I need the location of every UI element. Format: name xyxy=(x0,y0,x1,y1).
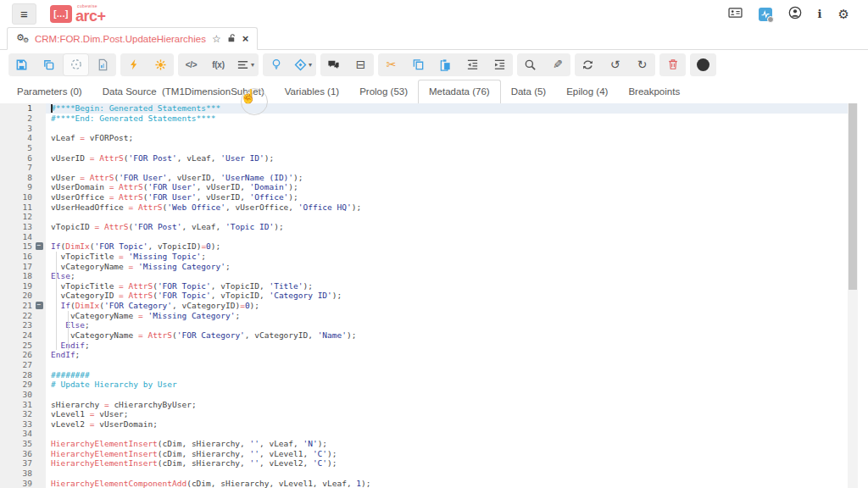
code-line[interactable]: 4vLeaf = vFORPost; xyxy=(0,133,848,143)
line-number[interactable]: 27 xyxy=(0,360,32,369)
code-line[interactable]: 27 xyxy=(0,360,848,370)
about-button[interactable]: i xyxy=(818,8,822,20)
code-line[interactable]: 12 xyxy=(0,212,848,222)
line-number[interactable]: 4 xyxy=(0,133,32,142)
user-account-button[interactable] xyxy=(788,6,802,23)
unlock-icon[interactable] xyxy=(227,31,236,47)
select-region-button[interactable] xyxy=(63,53,89,76)
navigate-button[interactable]: ▾ xyxy=(290,53,316,76)
line-number[interactable]: 26 xyxy=(0,350,32,359)
edit-button[interactable]: ✎ xyxy=(544,53,570,76)
code-view-button[interactable]: </> xyxy=(178,53,204,76)
run-process-button[interactable] xyxy=(120,53,147,76)
format-code-button[interactable]: ▾ xyxy=(232,53,259,76)
code-line[interactable]: 37HierarchyElementInsert(cDim, sHierarch… xyxy=(0,458,848,469)
settings-button[interactable]: ⚙ xyxy=(838,7,849,22)
comments-button[interactable] xyxy=(320,53,347,76)
line-number[interactable]: 25 xyxy=(0,341,32,350)
tab-metadata[interactable]: Metadata (76) xyxy=(418,80,501,104)
redo-button[interactable]: ↻ xyxy=(629,53,655,76)
refresh-button[interactable] xyxy=(575,53,601,76)
search-button[interactable] xyxy=(517,53,543,76)
line-number[interactable]: 9 xyxy=(0,182,32,191)
paste-button[interactable] xyxy=(432,53,459,76)
favorite-star-icon[interactable]: ☆ xyxy=(212,33,221,45)
code-line[interactable]: 25 Endif; xyxy=(0,340,848,350)
code-line[interactable]: 35HierarchyElementInsert(cDim, sHierarch… xyxy=(0,439,848,449)
line-number[interactable]: 14 xyxy=(0,232,32,241)
code-line[interactable]: 24 vCategoryName = AttrS('FOR Category',… xyxy=(0,330,848,341)
line-number[interactable]: 2 xyxy=(0,114,32,123)
document-stats-button[interactable] xyxy=(90,53,116,76)
line-number[interactable]: 34 xyxy=(0,429,32,438)
undo-button[interactable]: ↺ xyxy=(602,53,628,76)
code-line[interactable]: 6vUserID = AttrS('FOR Post', vLeaf, 'Use… xyxy=(0,152,848,163)
code-line[interactable]: 14 xyxy=(0,231,848,241)
tab-epilog[interactable]: Epilog (4) xyxy=(556,80,618,103)
cut-button[interactable]: ✂ xyxy=(378,53,404,76)
tab-variables[interactable]: Variables (1) xyxy=(275,80,349,103)
vertical-scrollbar[interactable] xyxy=(848,103,858,488)
line-number[interactable]: 36 xyxy=(0,449,32,458)
line-number[interactable]: 10 xyxy=(0,192,32,202)
tab-data-source[interactable]: Data Source (TM1DimensionSubset) xyxy=(92,80,275,103)
code-line[interactable]: 16 vTopicTitle = 'Missing Topic'; xyxy=(0,252,848,262)
code-line[interactable]: 36HierarchyElementInsert(cDim, sHierarch… xyxy=(0,448,848,458)
code-line[interactable]: 9vUserDomain = AttrS('FOR User', vUserID… xyxy=(0,182,848,192)
line-number[interactable]: 24 xyxy=(0,330,32,340)
line-number[interactable]: 16 xyxy=(0,252,32,261)
code-line[interactable]: 30 xyxy=(0,390,848,400)
code-line[interactable]: 22 vCategoryName = 'Missing Category'; xyxy=(0,310,848,320)
line-number[interactable]: 18 xyxy=(0,271,32,280)
help-button[interactable]: ? xyxy=(690,53,716,76)
code-line[interactable]: 29# Update Hierarchy by User xyxy=(0,380,848,390)
debug-process-button[interactable] xyxy=(147,53,174,76)
line-number[interactable]: 3 xyxy=(0,124,32,133)
code-line[interactable]: 7 xyxy=(0,163,848,173)
fold-toggle-icon[interactable]: − xyxy=(36,242,43,250)
line-number[interactable]: 11 xyxy=(0,202,32,212)
save-button[interactable] xyxy=(8,53,35,76)
code-line[interactable]: 32vLevel1 = vUser; xyxy=(0,409,848,419)
line-number[interactable]: 6 xyxy=(0,153,32,163)
save-as-button[interactable] xyxy=(36,53,62,76)
code-line[interactable]: 38 xyxy=(0,469,848,479)
line-number[interactable]: 39 xyxy=(0,479,32,488)
tab-data[interactable]: Data (5) xyxy=(501,80,557,103)
code-line[interactable]: 15−If(DimIx('FOR Topic', vTopicID)=0); xyxy=(0,241,848,252)
line-number[interactable]: 22 xyxy=(0,311,32,320)
fold-toggle-icon[interactable]: − xyxy=(36,302,43,309)
tab-parameters[interactable]: Parameters (0) xyxy=(7,80,92,103)
line-number[interactable]: 21 xyxy=(0,301,32,310)
line-number[interactable]: 35 xyxy=(0,439,32,448)
line-number[interactable]: 30 xyxy=(0,390,32,399)
code-line[interactable]: 33vLevel2 = vUserDomain; xyxy=(0,419,848,430)
line-number[interactable]: 13 xyxy=(0,222,32,231)
line-number[interactable]: 19 xyxy=(0,281,32,291)
line-number[interactable]: 32 xyxy=(0,409,32,419)
activity-monitor-button[interactable] xyxy=(759,8,772,21)
code-line[interactable]: 10vUserOffice = AttrS('FOR User', vUserI… xyxy=(0,192,848,202)
line-number[interactable]: 29 xyxy=(0,380,32,389)
line-number[interactable]: 5 xyxy=(0,143,32,152)
code-line[interactable]: 11vUserHeadOffice = AttrS('Web Office', … xyxy=(0,202,848,212)
code-line[interactable]: 23 Else; xyxy=(0,320,848,330)
line-number[interactable]: 7 xyxy=(0,163,32,172)
duplicate-line-button[interactable] xyxy=(405,53,431,76)
outdent-button[interactable] xyxy=(459,53,486,76)
line-number[interactable]: 23 xyxy=(0,320,32,330)
process-tab[interactable]: ⚙⚙ CRM:FOR.Dim.Post.UpdateHierarchies ☆ … xyxy=(7,27,258,50)
line-number[interactable]: 15 xyxy=(0,241,32,251)
code-line[interactable]: 18Else; xyxy=(0,271,848,281)
hamburger-menu-button[interactable]: ≡ xyxy=(12,3,36,25)
code-line[interactable]: 26EndIf; xyxy=(0,350,848,360)
indent-button[interactable] xyxy=(487,53,513,76)
code-line[interactable]: 17 vCategoryName = 'Missing Category'; xyxy=(0,261,848,271)
line-number[interactable]: 33 xyxy=(0,419,32,429)
line-number[interactable]: 8 xyxy=(0,173,32,182)
license-card-button[interactable] xyxy=(728,7,743,22)
tab-prolog[interactable]: Prolog (53) xyxy=(349,80,418,103)
scrollbar-thumb[interactable] xyxy=(849,103,857,290)
code-line[interactable]: 5 xyxy=(0,143,848,153)
line-number[interactable]: 28 xyxy=(0,370,32,380)
